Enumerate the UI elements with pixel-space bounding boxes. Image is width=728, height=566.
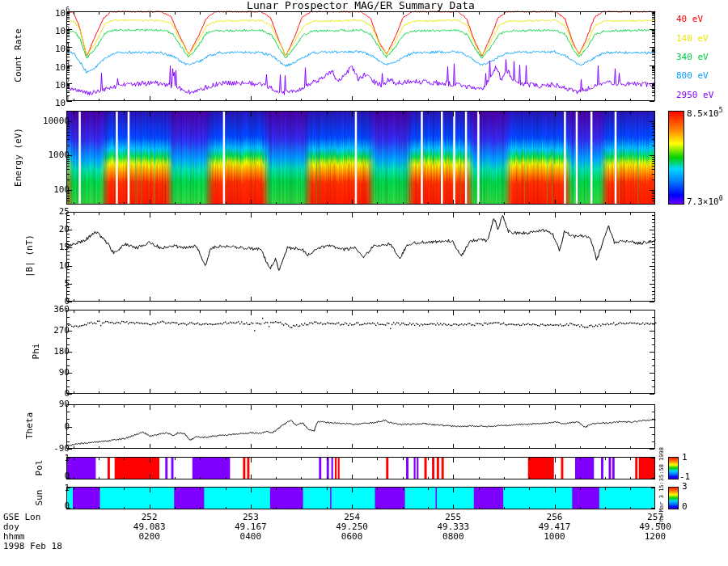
panel-energy-spectrogram bbox=[66, 111, 655, 205]
y-tick-label: 0 bbox=[5, 471, 70, 481]
y-tick-label: 10000 bbox=[5, 116, 70, 126]
page-title: Lunar Prospector MAG/ER Summary Data bbox=[199, 1, 523, 11]
legend-entry-40-ev: 40 eV bbox=[676, 15, 703, 24]
y-tick-label: 1000 bbox=[5, 150, 70, 160]
legend-entry-340-ev: 340 eV bbox=[676, 53, 709, 62]
panel-sun bbox=[66, 487, 655, 509]
y-tick-label: 104 bbox=[5, 41, 70, 54]
y-tick-label: 0 bbox=[5, 501, 70, 511]
y-tick-label: 102 bbox=[5, 78, 70, 91]
footer-date: 1998 Feb 18 bbox=[3, 542, 62, 551]
y-tick-label: 180 bbox=[5, 347, 70, 357]
x-tick-label-hhmm: 0200 bbox=[117, 532, 182, 542]
panel-theta bbox=[66, 404, 655, 449]
x-tick-label-hhmm: 1000 bbox=[523, 532, 587, 542]
panel-count-rate bbox=[66, 11, 655, 101]
colorbar-max-label: 8.5×105 bbox=[687, 106, 723, 119]
y-tick-label: 103 bbox=[5, 60, 70, 73]
y-tick-label: 10 bbox=[5, 261, 70, 271]
sun-colorbar-min-label: 0 bbox=[682, 502, 688, 512]
y-tick-label: 20 bbox=[5, 225, 70, 234]
legend-entry-800-ev: 800 eV bbox=[676, 71, 709, 81]
y-tick-label: 25 bbox=[5, 207, 70, 217]
y-label-b-magnitude: |B| (nT) bbox=[24, 208, 35, 305]
x-tick-label-hhmm: 0600 bbox=[320, 532, 384, 542]
y-tick-label: -90 bbox=[5, 444, 70, 454]
y-tick-label: 90 bbox=[5, 368, 70, 378]
y-tick-label: 270 bbox=[5, 326, 70, 336]
y-tick-label: 5 bbox=[5, 279, 70, 289]
sun-colorbar-max-label: 3 bbox=[682, 482, 688, 492]
y-tick-label: 0 bbox=[5, 422, 70, 432]
y-label-sun: Sun bbox=[34, 450, 44, 547]
pol-colorbar-max-label: 1 bbox=[682, 453, 688, 463]
y-tick-label: 105 bbox=[5, 23, 70, 36]
y-tick-label: 0 bbox=[5, 389, 70, 399]
lunar-prospector-summary-plot: Lunar Prospector MAG/ER Summary Data Cou… bbox=[0, 0, 728, 566]
y-tick-label: 1 bbox=[5, 484, 70, 493]
panel-phi bbox=[66, 310, 655, 394]
y-tick-label: 360 bbox=[5, 305, 70, 315]
colorbar-min-label: 7.3×100 bbox=[687, 194, 723, 207]
y-tick-label: 15 bbox=[5, 243, 70, 252]
legend-entry-140-ev: 140 eV bbox=[676, 34, 709, 44]
x-tick-label-hhmm: 0800 bbox=[421, 532, 485, 542]
y-tick-label: 100 bbox=[5, 185, 70, 195]
y-tick-label: 90 bbox=[5, 399, 70, 409]
y-tick-label: 106 bbox=[5, 6, 70, 19]
panel-b-magnitude bbox=[66, 212, 655, 302]
y-tick-label: 101 bbox=[5, 95, 70, 108]
y-tick-label: 1 bbox=[5, 454, 70, 463]
panel-pol bbox=[66, 457, 655, 479]
x-tick-label-hhmm: 1200 bbox=[623, 532, 688, 542]
x-tick-label-hhmm: 0400 bbox=[218, 532, 283, 542]
legend-entry-2950-ev: 2950 eV bbox=[676, 91, 713, 100]
